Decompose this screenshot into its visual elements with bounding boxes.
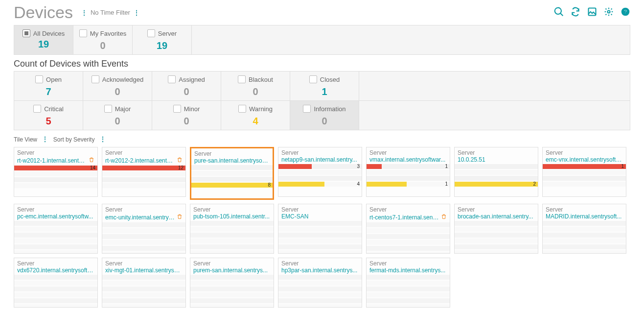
sort-menu-icon[interactable]: ⋮ — [99, 135, 106, 143]
filter-open[interactable]: Open7 — [14, 72, 83, 100]
help-icon[interactable]: ? — [621, 7, 630, 18]
checkbox-icon[interactable] — [238, 75, 246, 83]
device-name-link[interactable]: pc-emc.internal.sentrysoftw... — [17, 213, 94, 220]
checkbox-icon[interactable] — [33, 105, 41, 113]
severity-bar-row — [102, 171, 185, 176]
filter-count: 0 — [292, 114, 357, 128]
device-tile[interactable]: ServerMADRID.internal.sentrysoft... — [542, 204, 626, 254]
picture-icon[interactable] — [587, 7, 597, 18]
filter-min[interactable]: Minor0 — [152, 101, 221, 130]
trash-icon[interactable] — [89, 156, 94, 165]
tile-type-label: Server — [14, 258, 97, 267]
device-tile[interactable]: Serverrt-centos7-1.internal.sent... — [366, 204, 450, 254]
device-name-link[interactable]: rt-w2012-1.internal.sentry... — [17, 157, 87, 164]
filter-warn[interactable]: Warning4 — [221, 101, 290, 130]
device-tile[interactable]: Serverrt-w2012-2.internal.sentry...12 — [102, 147, 186, 197]
severity-bar-row: 12 — [102, 166, 185, 170]
severity-bar-fill — [102, 166, 185, 170]
filter-cls[interactable]: Closed1 — [290, 72, 359, 100]
filter-all[interactable]: All Devices19 — [14, 25, 73, 54]
device-name-link[interactable]: rt-centos7-1.internal.sent... — [369, 214, 439, 221]
filter-info[interactable]: Information0 — [290, 101, 359, 130]
device-name-link[interactable]: netapp9-san.internal.sentry... — [281, 156, 359, 163]
device-tile[interactable]: Server10.0.25.512 — [454, 147, 538, 197]
title-menu-icon[interactable]: ⋮ — [81, 9, 88, 17]
filter-label: My Favorites — [90, 30, 126, 37]
device-tile[interactable]: Serverpub-tsom-105.internal.sentr... — [190, 204, 274, 254]
filter-count: 0 — [85, 85, 150, 98]
view-mode-menu-icon[interactable]: ⋮ — [42, 135, 48, 143]
search-icon[interactable] — [554, 7, 564, 18]
device-tile[interactable]: Serverxiv-mgt-01.internal.sentrysof... — [102, 258, 186, 308]
tile-type-label: Server — [190, 258, 274, 267]
severity-bar-count: 4 — [357, 181, 360, 187]
severity-bar-row — [455, 164, 538, 169]
trash-icon[interactable] — [177, 213, 183, 221]
device-name-link[interactable]: EMC-SAN — [281, 213, 359, 220]
checkbox-icon[interactable] — [168, 75, 176, 83]
trash-icon[interactable] — [177, 156, 183, 165]
device-name-link[interactable]: 10.0.25.51 — [458, 156, 535, 163]
device-name-link[interactable]: pub-tsom-105.internal.sentr... — [193, 213, 271, 220]
filter-ack[interactable]: Acknowledged0 — [83, 72, 152, 100]
filter-count: 0 — [223, 85, 288, 98]
checkbox-icon[interactable] — [309, 75, 317, 83]
device-tile[interactable]: Serveremc-unity.internal.sentrys... — [102, 204, 186, 254]
device-tile[interactable]: Serverfermat-mds.internal.sentrys... — [366, 258, 450, 308]
device-tile[interactable]: Serverrt-w2012-1.internal.sentry...14 — [14, 147, 98, 197]
time-filter-label[interactable]: No Time Filter — [91, 9, 130, 16]
filter-crit[interactable]: Critical5 — [14, 101, 83, 130]
refresh-icon[interactable] — [571, 7, 580, 18]
checkbox-icon[interactable] — [173, 105, 181, 113]
checkbox-icon[interactable] — [35, 75, 43, 83]
severity-bar-fill — [543, 164, 626, 169]
checkbox-icon[interactable] — [303, 105, 311, 113]
checkbox-icon[interactable] — [147, 29, 155, 37]
device-name-link[interactable]: xiv-mgt-01.internal.sentrysof... — [105, 267, 183, 274]
filter-asn[interactable]: Assigned0 — [152, 72, 221, 100]
device-name-link[interactable]: purem-san.internal.sentrys... — [193, 267, 271, 274]
filter-maj[interactable]: Major0 — [83, 101, 152, 130]
severity-bar-row: 3 — [278, 164, 362, 169]
severity-bar-row — [278, 176, 362, 181]
device-name-link[interactable]: emc-unity.internal.sentrys... — [105, 214, 175, 221]
checkbox-icon[interactable] — [92, 75, 99, 83]
device-name-link[interactable]: emc-vnx.internal.sentrysoftw... — [546, 156, 623, 163]
device-tile[interactable]: Serveremc-vnx.internal.sentrysoftw...1 — [542, 147, 626, 197]
severity-bar-row — [102, 177, 185, 182]
device-tile[interactable]: Servernetapp9-san.internal.sentry...34 — [278, 147, 362, 197]
tile-type-label: Server — [543, 204, 626, 213]
severity-bar-fill — [191, 183, 273, 188]
device-tile[interactable]: Serverpc-emc.internal.sentrysoftw... — [14, 204, 98, 254]
filter-fav[interactable]: My Favorites0 — [73, 25, 133, 54]
device-name-link[interactable]: hp3par-san.internal.sentrys... — [281, 267, 359, 274]
device-tile[interactable]: Serverpure-san.internal.sentrysoft...8 — [190, 147, 274, 200]
checkbox-icon[interactable] — [79, 29, 87, 37]
device-tile[interactable]: Servervmax.internal.sentrysoftwar...11 — [366, 147, 450, 197]
device-tile[interactable]: Servervdx6720.internal.sentrysoftw... — [14, 258, 98, 308]
device-tile[interactable]: Serverpurem-san.internal.sentrys... — [190, 258, 274, 308]
device-name-link[interactable]: vmax.internal.sentrysoftwar... — [369, 156, 447, 163]
device-name-link[interactable]: pure-san.internal.sentrysoft... — [194, 157, 270, 164]
checkbox-icon[interactable] — [104, 105, 112, 113]
trash-icon[interactable] — [441, 213, 447, 221]
severity-bar-row — [278, 170, 362, 175]
device-name-link[interactable]: fermat-mds.internal.sentrys... — [369, 267, 447, 274]
filter-blk[interactable]: Blackout0 — [221, 72, 290, 100]
checkbox-icon[interactable] — [238, 105, 246, 113]
device-tile[interactable]: Serverhp3par-san.internal.sentrys... — [278, 258, 362, 308]
filter-srv[interactable]: Server19 — [133, 25, 192, 54]
device-name-link[interactable]: brocade-san.internal.sentry... — [458, 213, 535, 220]
time-filter-menu-icon[interactable]: ⋮ — [133, 9, 140, 17]
view-mode-label[interactable]: Tile View — [14, 136, 37, 143]
filter-count: 5 — [16, 114, 81, 128]
gear-icon[interactable] — [604, 7, 614, 18]
severity-bar-row — [543, 182, 626, 187]
device-tile[interactable]: ServerEMC-SAN — [278, 204, 362, 254]
device-name-link[interactable]: MADRID.internal.sentrysoft... — [546, 213, 623, 220]
device-name-link[interactable]: rt-w2012-2.internal.sentry... — [105, 157, 175, 164]
checkbox-icon[interactable] — [23, 29, 30, 37]
device-name-link[interactable]: vdx6720.internal.sentrysoftw... — [17, 267, 94, 274]
sort-label[interactable]: Sort by Severity — [53, 136, 95, 143]
device-tile[interactable]: Serverbrocade-san.internal.sentry... — [454, 204, 538, 254]
